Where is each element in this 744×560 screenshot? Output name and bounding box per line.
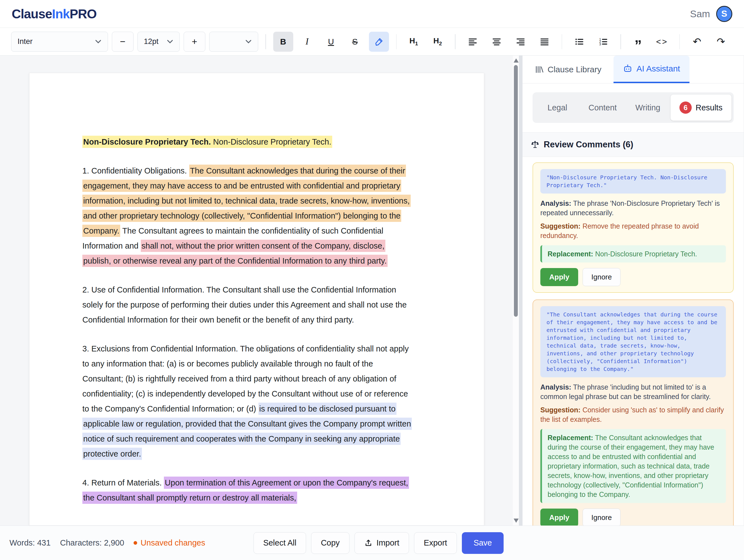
plus-icon: + — [192, 36, 197, 47]
highlighter-pen-icon — [374, 37, 384, 46]
status-bar: Words: 431 Characters: 2,900 Unsaved cha… — [0, 525, 744, 560]
word-count: Words: 431 — [9, 538, 51, 548]
toolbar-separator — [562, 34, 562, 49]
font-family-select[interactable]: Inter — [11, 32, 108, 52]
align-right-icon — [516, 37, 525, 46]
suggestion-text: Suggestion: Remove the repeated phrase t… — [540, 221, 726, 240]
ignore-button[interactable]: Ignore — [583, 268, 621, 286]
blockquote-icon: ” — [635, 35, 642, 48]
tab-ai-assistant[interactable]: AI Assistant — [613, 55, 690, 83]
align-left-button[interactable] — [463, 32, 483, 52]
document-paragraph: 2. Use of Confidential Information. The … — [82, 282, 414, 327]
highlighted-segment[interactable]: The Consultant acknowledges that during … — [82, 165, 411, 237]
doc-text-segment: 2. Use of Confidential Information. The … — [82, 285, 407, 324]
apply-button[interactable]: Apply — [540, 509, 578, 525]
decrease-font-size-button[interactable]: − — [112, 32, 134, 52]
main-area: Non-Disclosure Proprietary Tech. Non-Dis… — [0, 55, 744, 525]
bullet-list-button[interactable] — [569, 32, 589, 52]
strikethrough-button[interactable]: S — [345, 32, 365, 52]
code-button[interactable]: <> — [652, 32, 672, 52]
undo-icon: ↶ — [693, 36, 701, 47]
justify-button[interactable] — [534, 32, 555, 52]
app-header: ClauseInkPRO Sam S — [0, 0, 744, 28]
toolbar-separator — [396, 34, 397, 49]
sidebar-tab-bar: Clause Library AI Assistant — [523, 55, 744, 83]
numbered-list-icon: 123 — [598, 37, 608, 46]
strikethrough-icon: S — [352, 37, 358, 46]
document-paragraph: 3. Exclusions from Confidential Informat… — [82, 341, 414, 461]
align-right-button[interactable] — [511, 32, 531, 52]
tab-clause-library[interactable]: Clause Library — [535, 55, 601, 83]
heading2-button[interactable]: H2 — [427, 32, 448, 52]
bullet-list-icon — [574, 37, 584, 46]
highlight-color-select[interactable] — [209, 32, 258, 52]
highlighted-segment[interactable]: Non-Disclosure Proprietary Tech. Non-Dis… — [82, 136, 332, 148]
code-icon: <> — [656, 37, 668, 46]
font-family-value: Inter — [17, 37, 33, 46]
highlighter-button[interactable] — [369, 32, 389, 52]
numbered-list-button[interactable]: 123 — [593, 32, 613, 52]
logo-pro: PRO — [70, 7, 97, 21]
replacement-text: Replacement: The Consultant acknowledges… — [540, 429, 726, 503]
editor-scrollbar[interactable] — [513, 55, 519, 525]
quoted-text: "The Consultant acknowledges that during… — [540, 306, 726, 377]
minus-icon: − — [120, 36, 125, 47]
toolbar-separator — [621, 34, 621, 49]
chevron-down-icon — [167, 39, 173, 44]
doc-text-segment: Non-Disclosure Proprietary Tech. — [211, 137, 331, 146]
robot-icon — [623, 64, 632, 73]
upload-icon — [364, 539, 373, 547]
logo-clause: Clause — [12, 7, 52, 21]
app-logo: ClauseInkPRO — [12, 6, 97, 22]
chevron-down-icon — [245, 39, 252, 44]
unsaved-changes-indicator: Unsaved changes — [134, 538, 205, 548]
subtab-legal[interactable]: Legal — [535, 103, 580, 112]
justify-icon — [540, 37, 549, 46]
align-left-icon — [468, 37, 478, 46]
bold-button[interactable]: B — [273, 32, 293, 52]
blockquote-button[interactable]: ” — [628, 32, 648, 52]
font-size-select[interactable]: 12pt — [138, 32, 180, 52]
subtab-writing[interactable]: Writing — [625, 103, 671, 112]
underline-button[interactable]: U — [321, 32, 341, 52]
quoted-text: "Non-Disclosure Proprietary Tech. Non-Di… — [540, 169, 726, 194]
toolbar-separator — [679, 34, 680, 49]
select-all-button[interactable]: Select All — [254, 532, 306, 554]
scroll-up-arrow-icon[interactable] — [514, 58, 519, 63]
doc-text-segment: 1. Confidentiality Obligations. — [82, 166, 189, 175]
increase-font-size-button[interactable]: + — [184, 32, 205, 52]
italic-button[interactable]: I — [297, 32, 317, 52]
save-button[interactable]: Save — [462, 532, 504, 554]
avatar[interactable]: S — [716, 6, 732, 22]
suggestion-text: Suggestion: Consider using 'such as' to … — [540, 405, 726, 424]
export-button[interactable]: Export — [414, 532, 457, 554]
library-icon — [535, 65, 544, 74]
undo-button[interactable]: ↶ — [687, 32, 707, 52]
heading1-button[interactable]: H1 — [404, 32, 424, 52]
user-name: Sam — [690, 8, 710, 19]
import-button[interactable]: Import — [355, 532, 409, 554]
bold-icon: B — [280, 37, 286, 46]
align-center-icon — [492, 37, 501, 46]
document-page[interactable]: Non-Disclosure Proprietary Tech. Non-Dis… — [29, 73, 484, 525]
redo-icon: ↷ — [717, 36, 725, 47]
scroll-down-arrow-icon[interactable] — [514, 519, 519, 523]
scrollbar-thumb[interactable] — [514, 65, 518, 317]
redo-button[interactable]: ↷ — [711, 32, 731, 52]
subtab-results[interactable]: 6 Results — [671, 94, 732, 121]
italic-icon: I — [305, 36, 308, 47]
document-paragraph: 4. Return of Materials. Upon termination… — [82, 475, 414, 505]
svg-text:3: 3 — [599, 42, 601, 46]
toolbar-separator — [265, 34, 266, 49]
review-comments-list: "Non-Disclosure Proprietary Tech. Non-Di… — [523, 157, 744, 525]
h1-icon: H — [410, 36, 415, 45]
subtab-content[interactable]: Content — [580, 103, 626, 112]
font-size-value: 12pt — [144, 37, 159, 46]
copy-button[interactable]: Copy — [311, 532, 349, 554]
right-sidebar: Clause Library AI Assistant Legal Conten… — [523, 55, 744, 525]
panel-divider — [519, 55, 523, 525]
align-center-button[interactable] — [487, 32, 507, 52]
tab-label: AI Assistant — [636, 64, 680, 73]
apply-button[interactable]: Apply — [540, 268, 578, 286]
ignore-button[interactable]: Ignore — [583, 509, 621, 525]
